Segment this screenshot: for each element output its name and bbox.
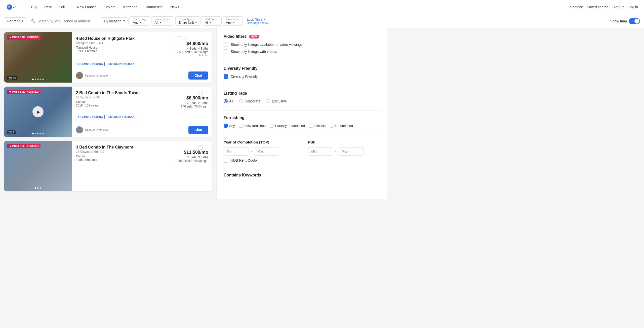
chevron-down-icon: ▼	[233, 21, 235, 24]
image-dots	[32, 133, 44, 134]
listing-tags-radio-group: All Corporate Exclusive	[224, 99, 380, 103]
agent-row: Updated 2 hrs ago	[76, 72, 108, 79]
furnish-checkbox-flexible[interactable]	[309, 124, 313, 128]
navbar-right: Shortlist Saved search Sign up Log in	[570, 5, 638, 9]
radio-option-corporate[interactable]: Corporate	[239, 99, 260, 103]
hdb-checkbox[interactable]	[224, 158, 228, 163]
listing-info: 2 Bed Condo in The Scotts Tower 38 Scott…	[72, 87, 212, 137]
nav-rent[interactable]: Rent	[41, 3, 55, 11]
listing-address: 27 Claymore Rd · D9	[76, 150, 133, 154]
shortlist-link[interactable]: Shortlist	[570, 5, 583, 9]
less-filters-label: Less filters ▲	[247, 18, 266, 21]
favorite-button[interactable]: ♡	[205, 145, 208, 150]
nav-mortgage[interactable]: Mortgage	[119, 3, 140, 11]
chat-button[interactable]: Chat	[188, 71, 208, 80]
chevron-down-icon: ▼	[21, 20, 24, 22]
listing-year-tenure: 1985 · Freehold	[76, 158, 133, 162]
property-type-value: All ▼	[154, 21, 162, 24]
by-location-button[interactable]: By location ≡	[101, 17, 128, 25]
price-range-filter[interactable]: Price range Any ▼	[130, 16, 150, 26]
photo-count: 📷 16	[7, 76, 18, 80]
listing-title: 2 Bed Condo in The Scotts Tower	[76, 91, 140, 95]
filter-divider	[224, 110, 380, 111]
nav-new-launch[interactable]: New Launch	[74, 3, 100, 11]
hdb-label: HDB Rent Quota	[231, 158, 257, 162]
top-column: Year of Completion (TOP) -	[224, 140, 296, 156]
for-rent-button[interactable]: For rent ▼	[4, 17, 27, 25]
video-checkbox-2[interactable]	[224, 49, 228, 54]
furnish-checkbox-fully[interactable]	[239, 124, 243, 128]
video-checkbox-1[interactable]	[224, 42, 228, 47]
listing-image-wrap[interactable]	[4, 141, 72, 191]
signup-link[interactable]: Sign up	[612, 5, 624, 9]
property-type-filter[interactable]: Property type All ▼	[151, 16, 174, 26]
listing-image-wrap[interactable]: ▶ 📷 7	[4, 87, 72, 137]
video-filter-row-2: Show only listings with videos	[224, 49, 380, 54]
filter-divider	[224, 86, 380, 86]
psf-max-input[interactable]	[339, 147, 364, 156]
furnish-option-partially[interactable]: Partially unfurnished	[270, 124, 305, 128]
bedrooms-filter[interactable]: Bedrooms All ▼	[202, 16, 222, 26]
listing-badge: ★ MUST SEE · VERIFIED	[7, 90, 41, 94]
favorite-button[interactable]: ♡	[205, 91, 208, 95]
listing-sqft: 2,680 sqft / 248.98 sqm	[177, 159, 208, 163]
video-filter-row-1: Show only listings available for video v…	[224, 42, 380, 47]
less-filters-button[interactable]: Less filters ▲ Diversity Friendly	[244, 17, 271, 25]
chat-button[interactable]: Chat	[188, 126, 208, 134]
top-max-input[interactable]	[254, 147, 279, 156]
search-input[interactable]	[37, 19, 98, 23]
diversity-checkbox[interactable]	[224, 74, 228, 79]
furnish-checkbox-partially[interactable]	[270, 124, 274, 128]
listing-title-area: 3 Bed Condo in The Claymore 27 Claymore …	[76, 145, 133, 162]
listing-tags: ▶ REMOTE VIEWING DIVERSITY FRIENDLY	[76, 62, 208, 66]
login-link[interactable]: Log in	[628, 5, 638, 9]
nav-sell[interactable]: Sell	[56, 3, 68, 11]
nav-explore[interactable]: Explore	[101, 3, 118, 11]
listing-badge: ★ MUST SEE · VERIFIED	[7, 144, 41, 148]
furnish-option-unfurnished[interactable]: Unfurnished	[330, 124, 353, 128]
listing-type: Condo	[76, 155, 133, 158]
furnish-checkbox-unfurnished[interactable]	[330, 124, 334, 128]
furnishing-options: Any Fully furnished Partially unfurnishe…	[224, 124, 380, 128]
furnish-label-partially: Partially unfurnished	[275, 124, 305, 128]
furnish-checkbox-any[interactable]	[224, 124, 228, 128]
listing-checkbox[interactable]	[198, 91, 203, 95]
top-min-input[interactable]	[224, 147, 249, 156]
furnish-label-any: Any	[229, 124, 235, 128]
listing-checkbox[interactable]	[177, 37, 181, 41]
agent-updated: Updated 2 hrs ago	[85, 74, 108, 77]
remote-viewing-icon: ▶	[78, 63, 79, 65]
listing-price: $11,500/mo	[177, 150, 208, 155]
bedrooms-value: All ▼	[205, 21, 212, 24]
listing-title-area: 2 Bed Condo in The Scotts Tower 38 Scott…	[76, 91, 140, 107]
video-filters-title: Video filters NEW!	[224, 34, 380, 39]
radio-option-all[interactable]: All	[224, 99, 233, 103]
saved-search-link[interactable]: Saved search	[587, 5, 609, 9]
furnish-option-any[interactable]: Any	[224, 124, 235, 128]
play-button[interactable]: ▶	[32, 106, 44, 117]
radio-option-exclusive[interactable]: Exclusive	[266, 99, 287, 103]
floor-area-filter[interactable]: Floor area Any ▼	[223, 16, 243, 26]
photo-count: 📷 7	[7, 130, 16, 134]
listing-beds-baths: 4 Beds 4 Baths	[177, 47, 208, 50]
psf-min-input[interactable]	[308, 147, 333, 156]
map-toggle[interactable]	[629, 18, 640, 24]
logo[interactable]: 99 .co	[6, 3, 21, 11]
listing-image-wrap[interactable]: 📷 16	[4, 32, 72, 83]
listing-type: Condo	[76, 100, 140, 104]
nav-buy[interactable]: Buy	[28, 3, 40, 11]
listing-title-area: 4 Bed House on Highgate Park Highgate Cr…	[76, 36, 135, 53]
listing-card: ★ MUST SEE · VERIFIED 3 Bed Condo in The…	[4, 141, 212, 191]
nav-commercial[interactable]: Commercial	[142, 3, 167, 11]
nav-news[interactable]: News	[167, 3, 182, 11]
video-filter-label-2: Show only listings with videos	[231, 50, 277, 54]
show-map-button[interactable]: Show map	[610, 18, 640, 24]
new-badge: NEW!	[249, 35, 259, 39]
furnish-option-fully[interactable]: Fully furnished	[239, 124, 266, 128]
rental-type-filter[interactable]: Rental type Entire Unit ▼	[175, 16, 201, 26]
chevron-up-icon: ▲	[263, 18, 266, 21]
listing-checkbox[interactable]	[198, 145, 203, 150]
top-min-max-row: -	[224, 147, 296, 156]
favorite-button[interactable]: ♡	[183, 36, 187, 41]
furnish-option-flexible[interactable]: Flexible	[309, 124, 326, 128]
